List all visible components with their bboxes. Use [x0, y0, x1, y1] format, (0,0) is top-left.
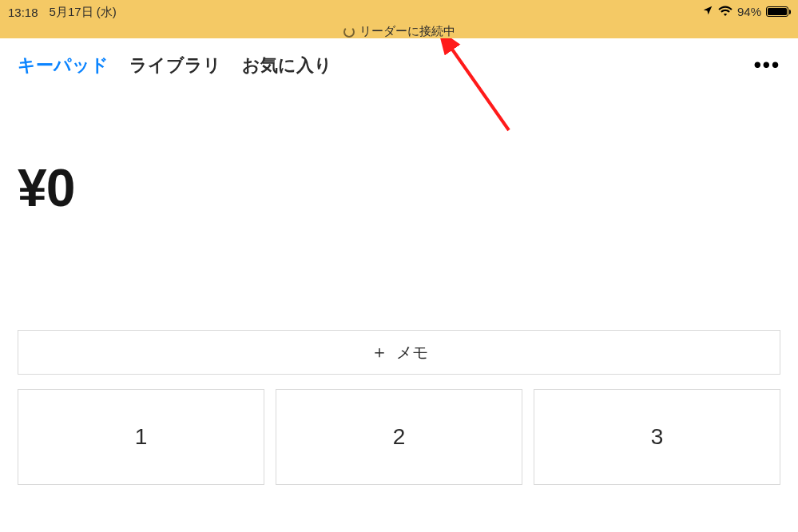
tab-favorites[interactable]: お気に入り — [242, 54, 332, 77]
tab-library[interactable]: ライブラリ — [129, 54, 221, 77]
keypad-1[interactable]: 1 — [18, 389, 264, 485]
keypad-2[interactable]: 2 — [276, 389, 522, 485]
tabs-row: キーパッド ライブラリ お気に入り ••• — [0, 38, 798, 77]
amount-display: ¥0 — [0, 77, 798, 218]
tab-keypad[interactable]: キーパッド — [18, 54, 109, 77]
status-bar-right: 94% — [702, 5, 798, 18]
reader-connecting-banner: リーダーに接続中 — [343, 24, 455, 39]
reader-connecting-text: リーダーに接続中 — [359, 24, 455, 39]
status-bar: 13:18 5月17日 (水) リーダーに接続中 94% — [0, 0, 798, 38]
status-date: 5月17日 (水) — [50, 5, 117, 20]
memo-button[interactable]: ＋ メモ — [18, 330, 780, 375]
battery-icon — [766, 6, 788, 17]
spinner-icon — [343, 26, 355, 38]
status-time: 13:18 — [8, 6, 38, 19]
memo-label: メモ — [396, 342, 428, 363]
location-icon — [702, 5, 713, 18]
plus-icon: ＋ — [371, 340, 388, 364]
wifi-icon — [718, 5, 732, 18]
status-bar-left: 13:18 5月17日 (水) — [0, 5, 117, 20]
more-button[interactable]: ••• — [754, 53, 780, 77]
battery-percentage: 94% — [737, 5, 761, 18]
keypad: 1 2 3 — [0, 375, 798, 485]
keypad-3[interactable]: 3 — [534, 389, 780, 485]
